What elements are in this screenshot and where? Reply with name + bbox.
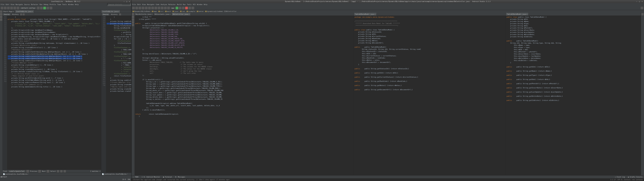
back-icon[interactable]: [161, 7, 164, 10]
undo-icon[interactable]: [142, 7, 144, 10]
search-everywhere-icon[interactable]: [641, 7, 643, 10]
maximize-icon[interactable]: ▢: [126, 1, 128, 2]
apply-changes-icon[interactable]: [179, 7, 182, 10]
menu-help[interactable]: Help: [75, 4, 79, 5]
menu-edit[interactable]: Edit: [6, 4, 10, 5]
debug-icon[interactable]: [182, 7, 185, 10]
menu-vcs[interactable]: VCS: [193, 4, 196, 5]
avd-manager-icon[interactable]: [188, 7, 191, 10]
tab-table01datamodel[interactable]: Table01DataModel.java×: [506, 13, 528, 16]
code-content-right[interactable]: } } private String codeForDeleteTable(St…: [106, 16, 131, 172]
find-input[interactable]: [8, 170, 25, 172]
run-icon[interactable]: [43, 7, 46, 10]
menu-profile[interactable]: Profile: [50, 4, 56, 5]
bottom-tab-todo[interactable]: ☐ TODO: [132, 176, 139, 178]
close-tab-icon[interactable]: ×: [152, 14, 152, 15]
menu-file[interactable]: File: [1, 4, 4, 5]
config-combo[interactable]: <default config>: [20, 7, 36, 9]
as-code-editor-1[interactable]: }//End *** }//End getAll ***** public pu…: [134, 16, 354, 175]
menu-run[interactable]: Run: [183, 4, 186, 5]
save-all-icon[interactable]: [10, 7, 13, 10]
tab-jsontosqlite-right[interactable]: JsonToSQLite.java×: [101, 10, 120, 13]
menu-view[interactable]: View: [142, 4, 146, 5]
menu-code[interactable]: Code: [156, 4, 159, 5]
menu-edit[interactable]: Edit: [137, 4, 141, 5]
menu-run[interactable]: Run: [40, 4, 42, 5]
clean-build-icon[interactable]: [40, 7, 43, 10]
build-variants-icon[interactable]: [132, 21, 134, 24]
menu-refactor[interactable]: Refactor: [168, 4, 176, 5]
find-prev-icon[interactable]: [26, 170, 29, 172]
output-tab[interactable]: ▣ Output: [0, 175, 131, 178]
tab-dbconstants[interactable]: DbConstants.java×: [154, 13, 172, 16]
build-icon[interactable]: [37, 7, 40, 10]
menu-window[interactable]: Window: [68, 4, 74, 5]
stop-icon[interactable]: [185, 7, 188, 10]
tab-table02datamodel[interactable]: Table02DataModel.java×: [354, 13, 376, 16]
run-icon[interactable]: [176, 7, 178, 10]
close-icon[interactable]: ✕: [642, 1, 643, 2]
sdk-manager-icon[interactable]: [192, 7, 194, 10]
close-tab-icon[interactable]: ×: [13, 11, 14, 12]
bottom-tab-event-log[interactable]: ☑ Event Log: [614, 176, 626, 178]
copy-icon[interactable]: [151, 7, 154, 10]
subtab-history[interactable]: History: [110, 14, 118, 16]
close-tab-icon[interactable]: ×: [118, 11, 119, 12]
favorites-tool-icon[interactable]: [132, 24, 134, 26]
tab-mainactivity[interactable]: MainActivity.java×: [134, 13, 154, 16]
subtab-source[interactable]: Source: [3, 14, 11, 16]
code-content-left[interactable]: } private static final private static fi…: [7, 16, 101, 170]
menu-debug[interactable]: Debug: [44, 4, 48, 5]
as-code-editor-3[interactable]: public class public class Table01DataMod…: [506, 16, 641, 175]
redo-icon[interactable]: [16, 7, 19, 10]
code-content-2[interactable]: package com.example.emran.dynamicsqlited…: [354, 16, 506, 175]
debug-icon[interactable]: [46, 7, 49, 10]
menu-window[interactable]: Window: [197, 4, 202, 5]
tab-dbcontroller[interactable]: DbController.java×: [172, 13, 191, 16]
paste-icon[interactable]: [154, 7, 157, 10]
as-titlebar[interactable]: DynamicSQLiteDemo - [~/AndroidStudioProj…: [132, 0, 644, 3]
subtab-source[interactable]: Source: [102, 14, 110, 16]
menu-build[interactable]: Build: [177, 4, 182, 5]
breadcrumb-bottom[interactable]: 📄 jsontosqlite.JsonToSQLite 〉: [2, 172, 101, 175]
menu-help[interactable]: Help: [204, 4, 208, 5]
menu-refactor[interactable]: Refactor: [31, 4, 38, 5]
close-tab-icon[interactable]: ×: [32, 11, 33, 12]
minimize-icon[interactable]: –: [636, 1, 638, 2]
services-icon[interactable]: [0, 16, 2, 18]
find-close-icon[interactable]: ×: [100, 170, 100, 172]
quicksearch-input[interactable]: [107, 3, 131, 6]
open-icon[interactable]: [132, 7, 135, 10]
minimize-icon[interactable]: –: [124, 1, 125, 2]
menu-navigate[interactable]: Navigate: [147, 4, 154, 5]
menu-view[interactable]: View: [10, 4, 14, 5]
nav-back-icon[interactable]: [119, 14, 121, 16]
subtab-history[interactable]: History: [11, 14, 20, 16]
regex-icon[interactable]: [64, 170, 66, 172]
project-tool-icon[interactable]: [132, 13, 134, 16]
bottom-tab-gradle-console[interactable]: ▤ Gradle Console: [627, 176, 643, 178]
find-icon[interactable]: [158, 7, 160, 10]
close-tab-icon[interactable]: ×: [189, 14, 190, 15]
run-config-combo[interactable]: app: [170, 7, 175, 9]
open-icon[interactable]: [7, 7, 10, 10]
gradle-tool-icon[interactable]: [641, 13, 644, 16]
bottom-tab-messages[interactable]: 0: Messages: [174, 176, 186, 178]
new-project-icon[interactable]: [4, 7, 6, 10]
menu-tools[interactable]: Tools: [62, 4, 67, 5]
code-editor-left[interactable]: 2112122132142152162182192202212232442452…: [2, 16, 101, 170]
as-code-editor-2[interactable]: package com.example.emran.dynamicsqlited…: [354, 16, 506, 175]
nav-fwd-icon[interactable]: [23, 14, 25, 16]
undo-icon[interactable]: [14, 7, 16, 10]
breadcrumb-bottom-right[interactable]: 📄 jsontosqlite.JsonToSQLite 〉: [101, 172, 131, 175]
menu-navigate[interactable]: Navigate: [16, 4, 23, 5]
menu-analyze[interactable]: Analyze: [161, 4, 167, 5]
close-tab-icon[interactable]: ×: [526, 14, 527, 15]
whole-word-icon[interactable]: [60, 170, 62, 172]
as-breadcrumb[interactable]: DynamicSQLiteDemo〉 app〉 src〉 main〉 java〉…: [132, 10, 644, 13]
menu-source[interactable]: Source: [24, 4, 30, 5]
structure-tool-icon[interactable]: [132, 16, 134, 18]
bottom-tab-android-monitor[interactable]: ⬡ 6: Android Monitor: [141, 176, 161, 178]
captures-tool-icon[interactable]: [132, 18, 134, 21]
menu-file[interactable]: File: [132, 4, 136, 5]
